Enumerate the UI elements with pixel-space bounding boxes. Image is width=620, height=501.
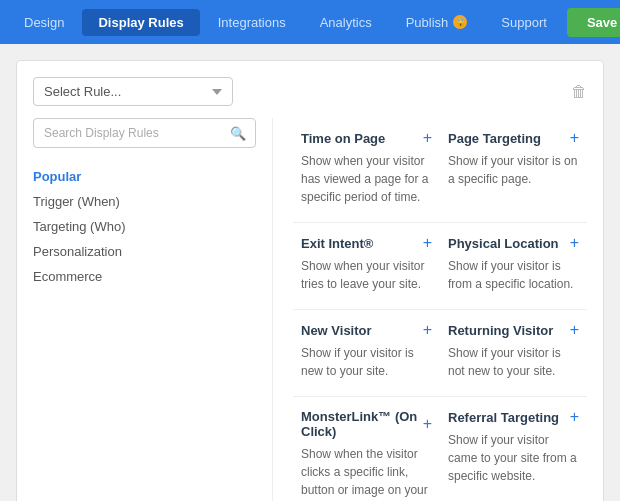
rule-title: Returning Visitor (448, 323, 553, 338)
rule-exit-intent[interactable]: Exit Intent® + Show when your visitor tr… (293, 223, 440, 310)
rule-desc: Show if your visitor is new to your site… (301, 344, 432, 380)
rule-title: Exit Intent® (301, 236, 373, 251)
rule-header: MonsterLink™ (On Click) + (301, 409, 432, 439)
tab-display-rules[interactable]: Display Rules (82, 9, 199, 36)
publish-label: Publish (406, 15, 449, 30)
rule-header: Returning Visitor + (448, 322, 579, 338)
rule-add-icon[interactable]: + (423, 235, 432, 251)
search-icon: 🔍 (230, 126, 246, 141)
rule-desc: Show if your visitor is from a specific … (448, 257, 579, 293)
rule-new-visitor[interactable]: New Visitor + Show if your visitor is ne… (293, 310, 440, 397)
select-rule-row: Select Rule... 🗑 (33, 77, 587, 106)
rule-page-targeting[interactable]: Page Targeting + Show if your visitor is… (440, 118, 587, 223)
rule-header: Referral Targeting + (448, 409, 579, 425)
rule-header: Page Targeting + (448, 130, 579, 146)
left-sidebar: 🔍 Popular Trigger (When) Targeting (Who)… (33, 118, 273, 501)
rule-title: Time on Page (301, 131, 385, 146)
rule-add-icon[interactable]: + (570, 130, 579, 146)
tab-support[interactable]: Support (485, 9, 563, 36)
two-col-layout: 🔍 Popular Trigger (When) Targeting (Who)… (33, 118, 587, 501)
tab-integrations[interactable]: Integrations (202, 9, 302, 36)
tab-design[interactable]: Design (8, 9, 80, 36)
sidebar-item-trigger[interactable]: Trigger (When) (33, 189, 256, 214)
rule-title: Referral Targeting (448, 410, 559, 425)
rule-add-icon[interactable]: + (423, 322, 432, 338)
rule-header: Exit Intent® + (301, 235, 432, 251)
rules-card: Select Rule... 🗑 🔍 Popular Trigger (When… (16, 60, 604, 501)
rules-grid: Time on Page + Show when your visitor ha… (273, 118, 587, 501)
rule-monsterlink[interactable]: MonsterLink™ (On Click) + Show when the … (293, 397, 440, 501)
rule-header: New Visitor + (301, 322, 432, 338)
delete-rule-icon[interactable]: 🗑 (571, 83, 587, 101)
tab-analytics[interactable]: Analytics (304, 9, 388, 36)
rule-returning-visitor[interactable]: Returning Visitor + Show if your visitor… (440, 310, 587, 397)
top-nav: Design Display Rules Integrations Analyt… (0, 0, 620, 44)
rule-title: New Visitor (301, 323, 372, 338)
rule-header: Time on Page + (301, 130, 432, 146)
rule-desc: Show if your visitor came to your site f… (448, 431, 579, 485)
sidebar-item-personalization[interactable]: Personalization (33, 239, 256, 264)
rule-desc: Show when your visitor tries to leave yo… (301, 257, 432, 293)
rule-add-icon[interactable]: + (423, 416, 432, 432)
search-input[interactable] (33, 118, 256, 148)
sidebar-item-ecommerce[interactable]: Ecommerce (33, 264, 256, 289)
sidebar-item-targeting[interactable]: Targeting (Who) (33, 214, 256, 239)
rule-physical-location[interactable]: Physical Location + Show if your visitor… (440, 223, 587, 310)
rule-desc: Show when the visitor clicks a specific … (301, 445, 432, 501)
rule-add-icon[interactable]: + (570, 322, 579, 338)
main-area: Select Rule... 🗑 🔍 Popular Trigger (When… (0, 44, 620, 501)
select-rule-dropdown[interactable]: Select Rule... (33, 77, 233, 106)
rule-add-icon[interactable]: + (570, 409, 579, 425)
save-button[interactable]: Save (567, 8, 620, 37)
rule-referral-targeting[interactable]: Referral Targeting + Show if your visito… (440, 397, 587, 501)
rule-add-icon[interactable]: + (570, 235, 579, 251)
sidebar-item-popular[interactable]: Popular (33, 164, 256, 189)
rule-time-on-page[interactable]: Time on Page + Show when your visitor ha… (293, 118, 440, 223)
rule-desc: Show if your visitor is on a specific pa… (448, 152, 579, 188)
publish-badge: 🔒 (453, 15, 467, 29)
rule-title: Page Targeting (448, 131, 541, 146)
rule-title: MonsterLink™ (On Click) (301, 409, 423, 439)
tab-publish[interactable]: Publish 🔒 (390, 9, 484, 36)
rule-desc: Show when your visitor has viewed a page… (301, 152, 432, 206)
search-box: 🔍 (33, 118, 256, 148)
rule-title: Physical Location (448, 236, 559, 251)
rule-desc: Show if your visitor is not new to your … (448, 344, 579, 380)
rule-header: Physical Location + (448, 235, 579, 251)
rule-add-icon[interactable]: + (423, 130, 432, 146)
